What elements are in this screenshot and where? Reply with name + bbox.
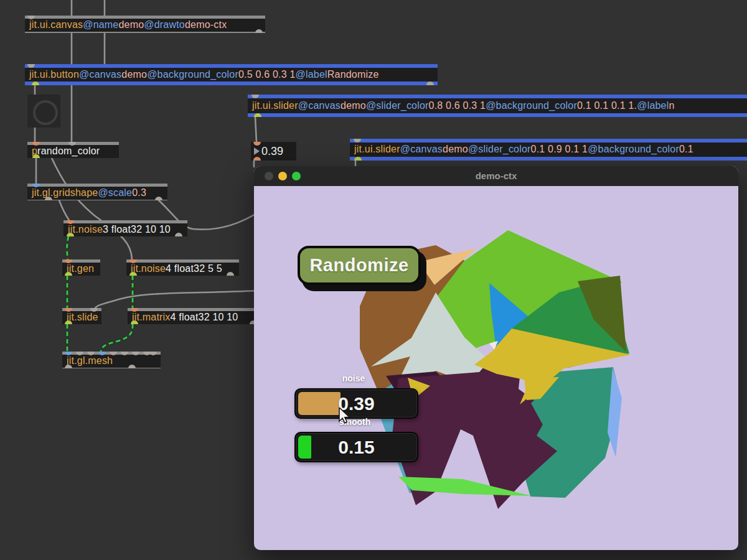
object-text: jit.ui.canvas @name demo @drawto demo-ct… — [25, 19, 265, 32]
object-box-jit-gl-mesh[interactable]: jit.gl.mesh — [62, 352, 161, 368]
outlet-nub[interactable] — [32, 154, 40, 158]
object-text: jit.matrix 4 float32 10 10 — [128, 311, 262, 324]
outlet-nub[interactable] — [128, 365, 136, 368]
max-patcher-window: jit.ui.canvas @name demo @drawto demo-ct… — [0, 0, 747, 560]
outlet-nub[interactable] — [227, 272, 234, 276]
bang-circle-icon — [33, 100, 58, 125]
patch-cord[interactable] — [255, 117, 256, 142]
mouse-cursor-icon — [338, 408, 352, 424]
object-text: jit.ui.slider @canvas demo @slider_color… — [350, 142, 747, 157]
noise-slider[interactable]: 0.39 — [294, 388, 418, 419]
object-box-jit-slide[interactable]: jit.slide — [62, 308, 101, 324]
outlet-nub[interactable] — [253, 157, 261, 161]
object-box-jit-gen[interactable]: jit.gen — [62, 259, 100, 276]
outlet-nub[interactable] — [254, 113, 261, 117]
smooth-slider[interactable]: 0.15 — [294, 432, 418, 462]
object-box-jit-ui-button[interactable]: jit.ui.button @canvas demo @background_c… — [25, 64, 438, 85]
patch-cord[interactable] — [52, 158, 132, 259]
smooth-slider-value: 0.15 — [296, 433, 417, 461]
patch-cord[interactable] — [59, 200, 69, 220]
outlet-nub[interactable] — [129, 272, 137, 276]
object-box-jit-ui-canvas[interactable]: jit.ui.canvas @name demo @drawto demo-ct… — [25, 16, 265, 33]
matrix-cord[interactable] — [101, 324, 133, 352]
object-text: jit.ui.button @canvas demo @background_c… — [25, 68, 438, 82]
jitter-gl-canvas[interactable] — [254, 186, 738, 550]
object-box-jit-gl-gridshape[interactable]: jit.gl.gridshape @scale 0.3 — [27, 184, 167, 200]
flonum-triangle-icon — [254, 147, 260, 155]
object-box-p-random-color[interactable]: p random_color — [27, 142, 119, 158]
object-text: p random_color — [27, 145, 119, 158]
outlet-nub[interactable] — [32, 82, 39, 85]
outlet-nub[interactable] — [255, 29, 263, 33]
outlet-nub[interactable] — [65, 365, 72, 368]
object-text: jit.ui.slider @canvas demo @slider_color… — [248, 98, 747, 113]
object-box-jit-noise-3[interactable]: jit.noise 3 float32 10 10 — [63, 220, 187, 236]
randomize-button[interactable]: Randomize — [298, 246, 421, 285]
outlet-nub[interactable] — [65, 320, 72, 324]
number-box-value: 0.39 — [261, 145, 283, 158]
object-text: jit.noise 3 float32 10 10 — [63, 223, 187, 236]
slider-label-smooth: smooth — [311, 417, 398, 427]
randomize-button-label: Randomize — [309, 255, 408, 276]
noise-slider-value: 0.39 — [296, 390, 417, 418]
window-titlebar[interactable]: demo-ctx — [254, 166, 738, 186]
number-box[interactable]: 0.39 — [251, 142, 296, 161]
bang-button-ui[interactable] — [27, 95, 60, 128]
object-box-jit-ui-slider-smooth[interactable]: jit.ui.slider @canvas demo @slider_color… — [350, 139, 747, 161]
patch-cord[interactable] — [95, 291, 258, 308]
outlet-nub[interactable] — [155, 197, 162, 200]
outlet-nub[interactable] — [354, 157, 362, 161]
object-text: jit.noise 4 float32 5 5 — [126, 263, 239, 276]
object-text: jit.gl.mesh — [62, 355, 161, 368]
outlet-nub[interactable] — [175, 233, 182, 236]
outlet-nub[interactable] — [131, 320, 138, 324]
inlet-nub[interactable] — [253, 142, 261, 146]
outlet-nub[interactable] — [65, 272, 72, 276]
object-box-jit-noise-4[interactable]: jit.noise 4 float32 5 5 — [126, 259, 239, 276]
slider-label-noise: noise — [310, 373, 397, 383]
outlet-nub[interactable] — [426, 82, 434, 85]
demo-ctx-window: demo-ctx Randomize noise 0.39 smooth 0.1… — [254, 166, 738, 550]
outlet-nub[interactable] — [67, 233, 74, 236]
window-title: demo-ctx — [254, 166, 738, 186]
object-box-jit-matrix[interactable]: jit.matrix 4 float32 10 10 — [128, 308, 262, 324]
object-box-jit-ui-slider-noise[interactable]: jit.ui.slider @canvas demo @slider_color… — [248, 95, 747, 117]
outlet-nub[interactable] — [45, 197, 52, 200]
